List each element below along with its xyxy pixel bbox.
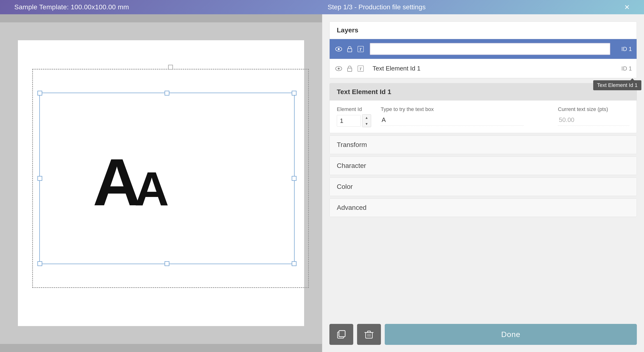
main-content: A A Layers — [0, 14, 644, 352]
duplicate-button[interactable] — [330, 324, 353, 345]
text-type-icon-1: T — [356, 45, 365, 53]
handle-outer-top[interactable] — [168, 65, 173, 70]
layers-header: Layers — [330, 22, 636, 39]
handle-mid-right[interactable] — [292, 176, 296, 181]
character-accordion-header[interactable]: Character — [330, 157, 636, 175]
element-id-group: Element Id ▲ ▼ — [337, 106, 371, 127]
props-row: Element Id ▲ ▼ Type to try the text box — [337, 106, 630, 127]
advanced-accordion-header[interactable]: Advanced — [330, 199, 636, 217]
bottom-buttons: Done — [322, 317, 644, 352]
advanced-section: Advanced — [330, 198, 637, 217]
type-textbox-input[interactable] — [381, 114, 524, 126]
layer-2-tooltip: Text Element Id 1 — [593, 80, 642, 90]
top-header: Sample Template: 100.00x100.00 mm Step 1… — [0, 0, 644, 14]
text-size-group: Current text size (pts) 50.00 — [558, 106, 630, 126]
eye-icon-2[interactable] — [334, 64, 343, 73]
color-section: Color — [330, 177, 637, 196]
layers-section: Layers T — [330, 21, 637, 78]
svg-rect-9 — [348, 68, 352, 71]
close-button[interactable]: ✕ — [624, 3, 630, 11]
element-id-input[interactable] — [337, 115, 361, 127]
svg-text:A: A — [134, 162, 168, 215]
canvas-area: A A — [0, 14, 322, 352]
right-panel: Layers T — [322, 14, 644, 352]
handle-top-left[interactable] — [38, 91, 42, 96]
character-label: Character — [337, 162, 366, 170]
template-title: Sample Template: 100.00x100.00 mm — [14, 3, 129, 11]
svg-rect-13 — [339, 331, 345, 337]
svg-rect-4 — [348, 49, 352, 52]
stepper-up[interactable]: ▲ — [362, 115, 371, 121]
eye-icon-1[interactable] — [334, 45, 343, 53]
type-textbox-group: Type to try the text box — [381, 106, 548, 126]
layer-row-1[interactable]: T ID 1 — [330, 39, 636, 59]
layer-1-name-input[interactable] — [370, 43, 610, 55]
svg-point-8 — [338, 68, 340, 70]
delete-button[interactable] — [357, 324, 381, 345]
character-section: Character — [330, 157, 637, 175]
text-type-icon-2: T — [356, 64, 365, 73]
canvas-text: A A — [88, 132, 188, 235]
handle-bot-right[interactable] — [292, 261, 296, 266]
element-id-input-row: ▲ ▼ — [337, 114, 371, 127]
handle-bot-mid[interactable] — [164, 261, 169, 266]
svg-rect-15 — [366, 333, 372, 338]
text-size-label: Current text size (pts) — [558, 106, 630, 112]
element-props-body: Element Id ▲ ▼ Type to try the text box — [330, 101, 636, 133]
layer-2-name: Text Element Id 1 — [370, 63, 610, 74]
step-title: Step 1/3 - Production file settings — [328, 3, 426, 11]
element-props-section: Text Element Id 1 Element Id ▲ ▼ — [330, 83, 637, 133]
svg-point-3 — [338, 48, 340, 50]
handle-mid-left[interactable] — [38, 176, 42, 181]
advanced-label: Advanced — [337, 204, 366, 211]
svg-text:T: T — [359, 47, 362, 52]
handle-bot-left[interactable] — [38, 261, 42, 266]
lock-icon-2[interactable] — [345, 64, 354, 73]
handle-top-mid[interactable] — [164, 91, 169, 96]
layer-1-id: ID 1 — [613, 46, 632, 52]
element-id-label: Element Id — [337, 106, 371, 112]
transform-accordion-header[interactable]: Transform — [330, 136, 636, 154]
color-label: Color — [337, 183, 353, 190]
lock-icon-1[interactable] — [345, 45, 354, 53]
done-button[interactable]: Done — [385, 324, 637, 345]
element-id-stepper[interactable]: ▲ ▼ — [362, 114, 371, 127]
layer-row-2[interactable]: T Text Element Id 1 ID 1 Text Element Id… — [330, 59, 636, 78]
stepper-down[interactable]: ▼ — [362, 121, 371, 127]
handle-top-right[interactable] — [292, 91, 296, 96]
type-textbox-label: Type to try the text box — [381, 106, 548, 112]
svg-text:A: A — [93, 145, 140, 219]
text-size-value: 50.00 — [558, 114, 630, 126]
svg-text:T: T — [359, 67, 362, 71]
canvas-text-svg: A A — [88, 132, 188, 227]
canvas-container: A A — [0, 22, 322, 344]
transform-label: Transform — [337, 141, 367, 149]
color-accordion-header[interactable]: Color — [330, 178, 636, 196]
layer-2-id: ID 1 — [613, 65, 632, 72]
element-props-title: Text Element Id 1 — [330, 83, 636, 101]
transform-section: Transform — [330, 136, 637, 154]
canvas-white[interactable]: A A — [18, 40, 304, 326]
